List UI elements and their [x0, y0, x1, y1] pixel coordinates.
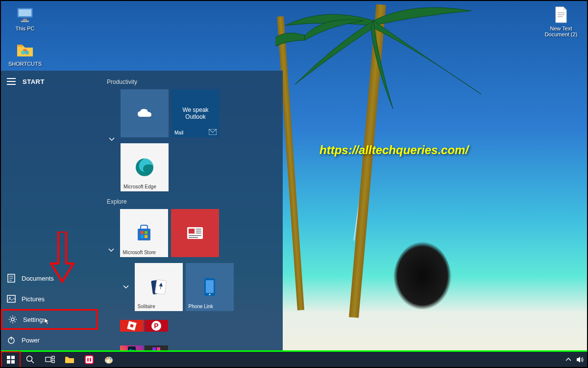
tile-label: Mail — [174, 130, 183, 135]
start-sidebar: START Documents Pictures Settings — [1, 71, 98, 350]
svg-text:P: P — [154, 322, 158, 330]
sidebar-item-settings[interactable]: Settings — [1, 309, 98, 330]
svg-rect-27 — [189, 229, 195, 234]
edge-icon — [134, 157, 155, 178]
tile-label: Microsoft Store — [123, 250, 156, 255]
desktop-icon-shortcuts[interactable]: SHORTCUTS — [8, 40, 42, 67]
svg-point-65 — [110, 360, 112, 362]
scenery-hanging-chair — [393, 241, 452, 310]
sidebar-item-label: Settings — [23, 316, 46, 323]
svg-rect-57 — [52, 360, 54, 363]
start-button[interactable] — [1, 351, 21, 368]
tile-news[interactable] — [171, 209, 219, 257]
phone-link-icon — [199, 277, 220, 297]
start-header: START — [1, 71, 98, 92]
sidebar-item-pictures[interactable]: Pictures — [1, 289, 98, 309]
taskbar-paint[interactable] — [99, 351, 119, 368]
svg-rect-25 — [145, 235, 147, 238]
svg-rect-52 — [11, 360, 15, 364]
svg-point-64 — [110, 358, 112, 359]
tile-group-explore[interactable]: Explore — [107, 198, 275, 205]
tile-solitaire[interactable]: Solitaire — [135, 263, 183, 311]
taskbar-file-explorer[interactable] — [60, 351, 79, 368]
desktop-icon-label: This PC — [15, 26, 34, 31]
scenery-palm-leaves — [275, 0, 496, 114]
svg-rect-58 — [85, 356, 93, 364]
cloud-icon — [134, 103, 155, 124]
tile-label: Phone Link — [189, 304, 213, 309]
chevron-down-icon[interactable] — [106, 209, 117, 350]
svg-rect-2 — [23, 19, 27, 21]
tile-play-folder[interactable]: P Ps Play — [120, 314, 168, 350]
windows-icon — [7, 356, 15, 364]
svg-line-54 — [31, 361, 34, 363]
hamburger-icon[interactable] — [7, 78, 16, 85]
sidebar-item-documents[interactable]: Documents — [1, 268, 98, 289]
svg-rect-1 — [19, 9, 31, 16]
svg-rect-22 — [141, 231, 144, 234]
start-title: START — [23, 78, 45, 85]
start-menu: START Documents Pictures Settings — [1, 71, 283, 350]
start-tiles-area: Productivity We speak Outlook Mail — [98, 71, 283, 350]
solitaire-icon — [148, 277, 169, 297]
document-icon — [7, 274, 16, 283]
roblox-icon — [120, 320, 144, 332]
folder-icon — [65, 356, 74, 364]
svg-rect-50 — [11, 356, 15, 359]
chevron-down-icon[interactable] — [106, 89, 118, 189]
volume-icon — [576, 356, 584, 363]
desktop-icon-new-text-document[interactable]: New Text Document (2) — [544, 5, 578, 37]
news-icon — [185, 223, 205, 243]
system-tray — [565, 356, 587, 363]
tile-microsoft-edge[interactable]: Microsoft Edge — [121, 143, 169, 191]
tile-phone-link[interactable]: Phone Link — [186, 263, 234, 311]
desktop-icon-label: SHORTCUTS — [8, 61, 42, 67]
svg-rect-36 — [206, 280, 214, 293]
annotation-red-arrow — [50, 232, 74, 283]
svg-point-53 — [27, 356, 32, 361]
svg-point-63 — [108, 357, 110, 358]
svg-rect-60 — [90, 358, 91, 362]
computer-icon — [15, 5, 35, 25]
tile-label: Microsoft Edge — [123, 184, 156, 189]
svg-point-5 — [21, 51, 25, 54]
paint-icon — [104, 355, 114, 365]
svg-rect-23 — [145, 231, 147, 234]
systray-chevron-up[interactable] — [565, 358, 571, 362]
store-icon — [134, 223, 154, 243]
text-file-icon — [551, 5, 571, 25]
taskbar-search[interactable] — [21, 351, 40, 368]
desktop-icon-label: New Text Document (2) — [544, 26, 578, 37]
svg-point-62 — [106, 358, 108, 359]
svg-point-37 — [209, 294, 210, 295]
sidebar-item-label: Documents — [22, 275, 54, 282]
tile-label: Solitaire — [138, 304, 155, 309]
taskbar — [1, 350, 587, 367]
cursor-icon — [44, 318, 51, 325]
chevron-down-icon[interactable] — [120, 263, 132, 311]
sidebar-item-label: Power — [22, 337, 40, 344]
power-icon — [7, 336, 16, 344]
svg-rect-49 — [7, 356, 10, 359]
desktop-icon-this-pc[interactable]: This PC — [8, 5, 42, 31]
svg-rect-21 — [138, 229, 150, 240]
svg-point-6 — [25, 51, 29, 54]
tile-outlook[interactable]: We speak Outlook Mail — [172, 89, 220, 137]
taskbar-app-red[interactable] — [79, 351, 99, 368]
svg-point-66 — [107, 360, 109, 363]
folder-icon — [15, 40, 35, 60]
sidebar-item-power[interactable]: Power — [1, 330, 98, 350]
taskbar-task-view[interactable] — [40, 351, 60, 368]
svg-rect-24 — [141, 235, 144, 238]
tile-cloud[interactable] — [121, 89, 169, 137]
sidebar-item-label: Pictures — [22, 295, 45, 303]
tile-microsoft-store[interactable]: Microsoft Store — [120, 209, 168, 257]
search-icon — [26, 355, 35, 364]
systray-volume[interactable] — [576, 356, 584, 363]
tile-text: We speak Outlook — [172, 105, 220, 122]
tile-group-productivity[interactable]: Productivity — [107, 79, 275, 85]
pictures-icon — [7, 294, 16, 303]
svg-rect-3 — [21, 21, 29, 22]
svg-rect-59 — [87, 358, 89, 362]
svg-point-15 — [9, 297, 11, 299]
